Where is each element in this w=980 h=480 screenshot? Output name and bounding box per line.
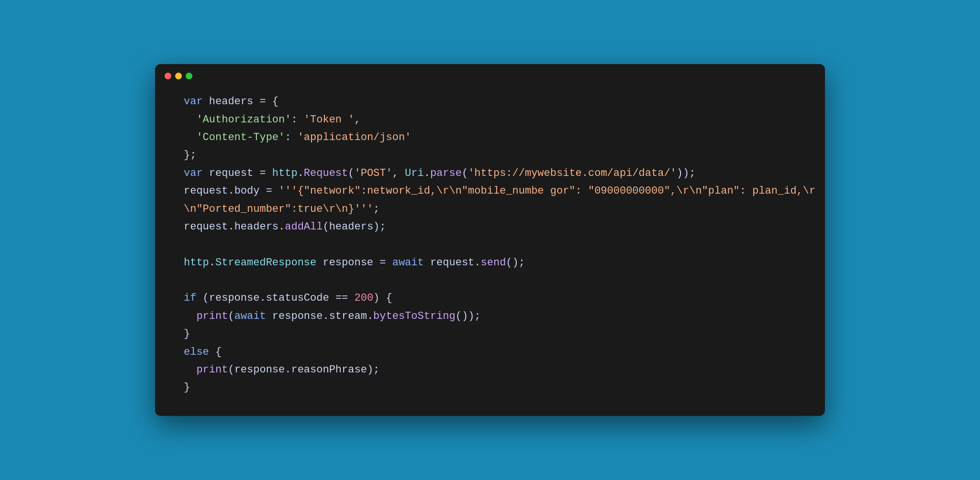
code-line-10: http.StreamedResponse response = await r… [184, 254, 796, 272]
code-line-7: \n"Ported_number":true\r\n}'''; [184, 200, 796, 218]
maximize-button[interactable] [186, 73, 192, 79]
titlebar [155, 64, 825, 88]
code-window: var headers = { 'Authorization': 'Token … [155, 64, 825, 416]
code-line-12: if (response.statusCode == 200) { [184, 289, 796, 307]
code-line-5: var request = http.Request('POST', Uri.p… [184, 164, 796, 182]
code-line-11-empty [184, 272, 796, 289]
code-line-13: print(await response.stream.bytesToStrin… [184, 307, 796, 325]
code-line-2: 'Authorization': 'Token ', [184, 111, 796, 129]
code-line-8: request.headers.addAll(headers); [184, 218, 796, 236]
code-line-1: var headers = { [184, 93, 796, 110]
close-button[interactable] [165, 73, 171, 79]
code-line-14: } [184, 325, 796, 343]
code-line-4: }; [184, 146, 796, 164]
code-line-15: else { [184, 343, 796, 361]
code-line-17: } [184, 379, 796, 396]
code-line-16: print(response.reasonPhrase); [184, 361, 796, 379]
code-editor: var headers = { 'Authorization': 'Token … [155, 88, 825, 416]
code-line-3: 'Content-Type': 'application/json' [184, 129, 796, 146]
code-line-6: request.body = '''{"network":network_id,… [184, 182, 796, 200]
code-line-9-empty [184, 236, 796, 253]
minimize-button[interactable] [175, 73, 182, 79]
